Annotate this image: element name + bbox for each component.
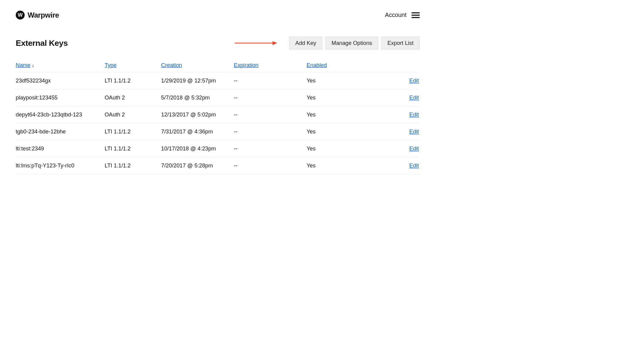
cell-name: lti:test:2349 bbox=[16, 140, 105, 157]
external-keys-table: Name↓ Type Creation Expiration Enabled 2… bbox=[16, 58, 420, 174]
column-header-name[interactable]: Name bbox=[16, 62, 31, 68]
cell-enabled: Yes bbox=[306, 140, 387, 157]
brand: W Warpwire bbox=[16, 11, 59, 19]
cell-expiration: -- bbox=[234, 157, 306, 174]
table-row: 23df532234gxLTI 1.1/1.21/29/2019 @ 12:57… bbox=[16, 72, 420, 89]
cell-creation: 12/13/2017 @ 5:02pm bbox=[161, 106, 234, 123]
cell-name: depyt64-23cb-123qtbd-123 bbox=[16, 106, 105, 123]
cell-expiration: -- bbox=[234, 106, 306, 123]
export-list-button[interactable]: Export List bbox=[381, 36, 420, 49]
account-link[interactable]: Account bbox=[385, 12, 407, 19]
cell-name: 23df532234gx bbox=[16, 72, 105, 89]
cell-enabled: Yes bbox=[306, 89, 387, 106]
cell-creation: 7/20/2017 @ 5:28pm bbox=[161, 157, 234, 174]
cell-type: OAuth 2 bbox=[104, 106, 161, 123]
add-key-button[interactable]: Add Key bbox=[289, 36, 322, 49]
table-row: playposit:123455OAuth 25/7/2018 @ 5:32pm… bbox=[16, 89, 420, 106]
cell-expiration: -- bbox=[234, 89, 306, 106]
cell-type: LTI 1.1/1.2 bbox=[104, 123, 161, 140]
table-row: tgb0-234-bde-12bheLTI 1.1/1.27/31/2017 @… bbox=[16, 123, 420, 140]
cell-name: tgb0-234-bde-12bhe bbox=[16, 123, 105, 140]
hamburger-menu-icon[interactable] bbox=[412, 12, 420, 18]
edit-link[interactable]: Edit bbox=[409, 129, 419, 135]
column-header-expiration[interactable]: Expiration bbox=[234, 62, 258, 68]
cell-expiration: -- bbox=[234, 123, 306, 140]
edit-link[interactable]: Edit bbox=[409, 77, 419, 84]
brand-name: Warpwire bbox=[28, 11, 59, 19]
column-header-enabled[interactable]: Enabled bbox=[306, 62, 327, 68]
edit-link[interactable]: Edit bbox=[409, 163, 419, 169]
sort-indicator-icon: ↓ bbox=[32, 62, 34, 68]
cell-type: OAuth 2 bbox=[104, 89, 161, 106]
svg-marker-1 bbox=[272, 41, 277, 45]
cell-expiration: -- bbox=[234, 72, 306, 89]
table-row: depyt64-23cb-123qtbd-123OAuth 212/13/201… bbox=[16, 106, 420, 123]
column-header-creation[interactable]: Creation bbox=[161, 62, 182, 68]
header: W Warpwire Account bbox=[16, 11, 420, 19]
cell-edit: Edit bbox=[387, 106, 419, 123]
edit-link[interactable]: Edit bbox=[409, 95, 419, 101]
manage-options-button[interactable]: Manage Options bbox=[325, 36, 378, 49]
page-heading-row: External Keys Add Key Manage Options Exp… bbox=[16, 36, 420, 49]
cell-edit: Edit bbox=[387, 157, 419, 174]
header-right: Account bbox=[385, 12, 420, 19]
cell-name: playposit:123455 bbox=[16, 89, 105, 106]
cell-enabled: Yes bbox=[306, 72, 387, 89]
cell-creation: 1/29/2019 @ 12:57pm bbox=[161, 72, 234, 89]
cell-edit: Edit bbox=[387, 89, 419, 106]
cell-edit: Edit bbox=[387, 140, 419, 157]
cell-creation: 5/7/2018 @ 5:32pm bbox=[161, 89, 234, 106]
cell-expiration: -- bbox=[234, 140, 306, 157]
cell-creation: 7/31/2017 @ 4:36pm bbox=[161, 123, 234, 140]
table-row: lti:lms:pTq-Y123-Ty-rIc0LTI 1.1/1.27/20/… bbox=[16, 157, 420, 174]
arrow-annotation-icon bbox=[235, 40, 277, 46]
edit-link[interactable]: Edit bbox=[409, 112, 419, 118]
cell-enabled: Yes bbox=[306, 106, 387, 123]
cell-enabled: Yes bbox=[306, 157, 387, 174]
cell-edit: Edit bbox=[387, 123, 419, 140]
table-row: lti:test:2349LTI 1.1/1.210/17/2018 @ 4:2… bbox=[16, 140, 420, 157]
page-title: External Keys bbox=[16, 39, 68, 48]
cell-creation: 10/17/2018 @ 4:23pm bbox=[161, 140, 234, 157]
cell-enabled: Yes bbox=[306, 123, 387, 140]
cell-type: LTI 1.1/1.2 bbox=[104, 157, 161, 174]
brand-logo-icon: W bbox=[16, 11, 25, 19]
cell-name: lti:lms:pTq-Y123-Ty-rIc0 bbox=[16, 157, 105, 174]
cell-type: LTI 1.1/1.2 bbox=[104, 72, 161, 89]
edit-link[interactable]: Edit bbox=[409, 146, 419, 152]
cell-type: LTI 1.1/1.2 bbox=[104, 140, 161, 157]
table-header-row: Name↓ Type Creation Expiration Enabled bbox=[16, 58, 420, 72]
cell-edit: Edit bbox=[387, 72, 419, 89]
column-header-type[interactable]: Type bbox=[104, 62, 116, 68]
action-buttons: Add Key Manage Options Export List bbox=[289, 36, 420, 49]
